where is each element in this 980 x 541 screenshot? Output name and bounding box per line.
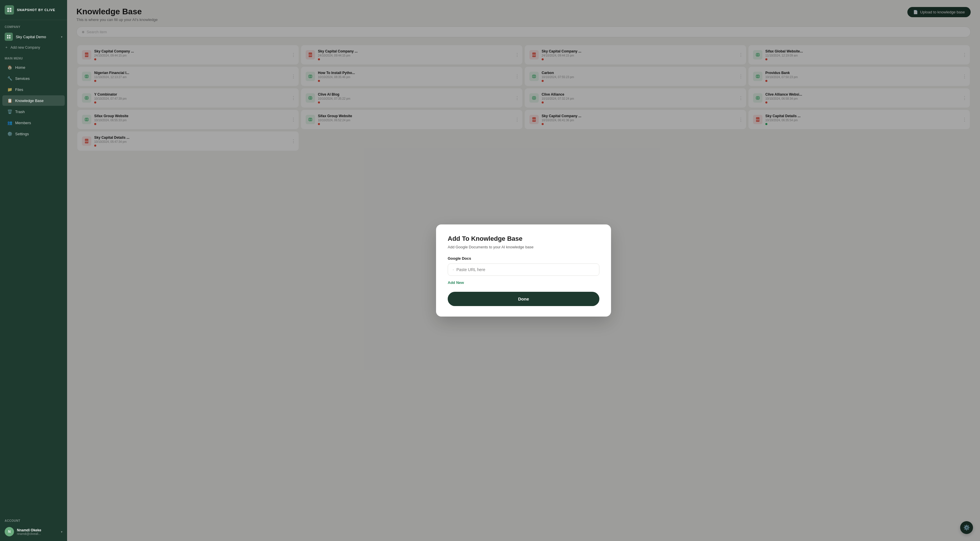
sidebar-item-files[interactable]: 📁 Files <box>2 84 65 95</box>
home-icon: 🏠 <box>7 65 12 70</box>
sidebar-item-services[interactable]: 🔧 Services <box>2 73 65 84</box>
url-input-wrapper[interactable]: - <box>448 263 600 276</box>
app-name: SNAPSHOT BY CLIVE <box>17 8 56 12</box>
user-profile[interactable]: N Nnamdi Okeke nnamdi@cliveall... ▾ <box>0 524 67 541</box>
company-selector[interactable]: Sky Capital Demo ▾ <box>0 30 67 43</box>
add-to-knowledge-base-modal: Add To Knowledge Base Add Google Documen… <box>436 224 611 317</box>
nav-label-knowledge-base: Knowledge Base <box>15 98 44 103</box>
done-button[interactable]: Done <box>448 292 600 306</box>
sidebar-item-settings[interactable]: ⚙️ Settings <box>2 129 65 139</box>
svg-rect-0 <box>7 8 9 10</box>
user-name: Nnamdi Okeke <box>17 528 58 532</box>
nav-label-members: Members <box>15 121 31 125</box>
sidebar: SNAPSHOT BY CLIVE Company Sky Capital De… <box>0 0 67 541</box>
account-label: Account <box>0 516 67 524</box>
sidebar-item-trash[interactable]: 🗑️ Trash <box>2 106 65 117</box>
svg-rect-6 <box>7 37 8 38</box>
main-content: Knowledge Base This is where you can fil… <box>67 0 980 541</box>
trash-icon: 🗑️ <box>7 109 12 114</box>
sidebar-item-knowledge-base[interactable]: 📋 Knowledge Base <box>2 95 65 106</box>
user-email: nnamdi@cliveall... <box>17 532 58 535</box>
user-info: Nnamdi Okeke nnamdi@cliveall... <box>17 528 58 535</box>
nav-label-files: Files <box>15 87 23 92</box>
chevron-down-icon: ▾ <box>61 35 62 38</box>
svg-rect-5 <box>9 35 11 36</box>
add-company-label: Add new Company <box>11 46 40 49</box>
modal-overlay[interactable]: Add To Knowledge Base Add Google Documen… <box>67 0 980 541</box>
nav-label-trash: Trash <box>15 109 25 114</box>
add-company-button[interactable]: ＋ Add new Company <box>0 43 67 54</box>
nav-label-home: Home <box>15 65 25 70</box>
svg-rect-1 <box>10 8 11 10</box>
main-menu-label: Main Menu <box>0 54 67 62</box>
company-section-label: Company <box>0 20 67 30</box>
add-new-link[interactable]: Add New <box>448 281 464 285</box>
knowledge-base-icon: 📋 <box>7 98 12 103</box>
url-input[interactable] <box>457 267 594 272</box>
modal-subtitle: Add Google Documents to your AI knowledg… <box>448 245 600 249</box>
sidebar-item-members[interactable]: 👥 Members <box>2 117 65 128</box>
company-icon <box>5 33 13 41</box>
services-icon: 🔧 <box>7 76 12 81</box>
url-input-dash: - <box>453 267 454 272</box>
nav-label-settings: Settings <box>15 132 29 136</box>
members-icon: 👥 <box>7 120 12 125</box>
sidebar-item-home[interactable]: 🏠 Home <box>2 62 65 73</box>
svg-rect-4 <box>7 35 8 36</box>
user-chevron-icon: ▾ <box>61 530 62 533</box>
settings-icon: ⚙️ <box>7 131 12 136</box>
logo-icon <box>5 5 14 14</box>
modal-title: Add To Knowledge Base <box>448 235 600 243</box>
company-name: Sky Capital Demo <box>16 35 58 39</box>
docs-label: Google Docs <box>448 256 600 260</box>
svg-rect-7 <box>9 37 11 38</box>
plus-icon: ＋ <box>5 45 8 50</box>
sidebar-logo[interactable]: SNAPSHOT BY CLIVE <box>0 0 67 20</box>
avatar: N <box>5 527 14 536</box>
files-icon: 📁 <box>7 87 12 92</box>
svg-rect-2 <box>7 10 9 12</box>
nav-label-services: Services <box>15 76 30 81</box>
svg-rect-3 <box>10 10 11 12</box>
